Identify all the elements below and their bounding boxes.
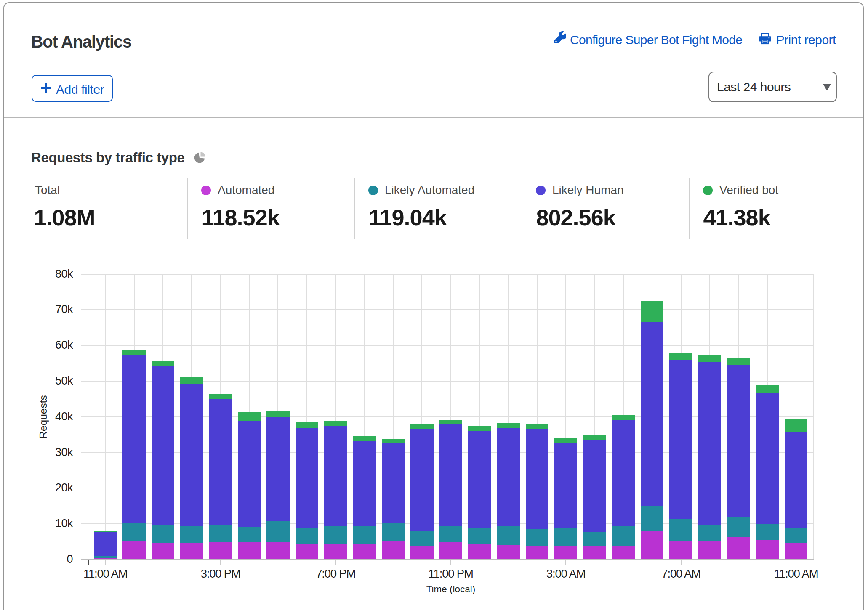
svg-text:7:00 PM: 7:00 PM	[316, 567, 355, 580]
svg-text:40k: 40k	[55, 410, 73, 423]
svg-text:11:00 PM: 11:00 PM	[429, 567, 473, 580]
svg-text:11:00 AM: 11:00 AM	[83, 567, 128, 580]
svg-text:Time (local): Time (local)	[426, 584, 476, 594]
svg-text:70k: 70k	[55, 303, 73, 316]
svg-text:10k: 10k	[55, 517, 73, 530]
svg-text:30k: 30k	[55, 446, 73, 459]
svg-text:60k: 60k	[55, 339, 73, 351]
svg-text:50k: 50k	[55, 374, 73, 387]
svg-text:11:00 AM: 11:00 AM	[774, 567, 818, 580]
svg-text:3:00 PM: 3:00 PM	[201, 567, 240, 580]
svg-text:80k: 80k	[55, 268, 73, 280]
svg-text:3:00 AM: 3:00 AM	[546, 567, 586, 580]
svg-text:Requests: Requests	[37, 395, 49, 439]
svg-text:20k: 20k	[55, 481, 73, 494]
svg-text:0: 0	[67, 553, 73, 565]
svg-text:7:00 AM: 7:00 AM	[661, 567, 700, 580]
